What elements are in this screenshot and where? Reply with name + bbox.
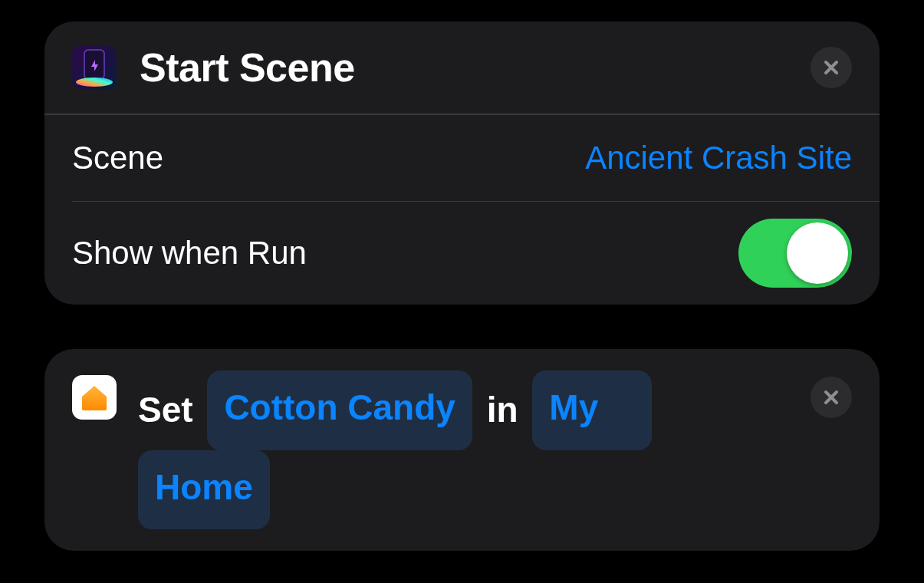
row-show-when-run: Show when Run — [44, 202, 880, 305]
show-when-run-toggle[interactable] — [738, 219, 852, 288]
action-card-start-scene: Start Scene Scene Ancient Crash Site Sho… — [44, 21, 880, 305]
row-scene-value[interactable]: Ancient Crash Site — [585, 140, 852, 176]
token-home-part-a[interactable]: My — [532, 371, 652, 450]
close-icon — [822, 388, 840, 407]
action-card-set-scene-home: Set Cotton Candy in My Home — [44, 349, 880, 551]
app-icon — [72, 45, 117, 90]
close-button[interactable] — [811, 377, 852, 418]
toggle-knob — [787, 222, 848, 284]
token-scene[interactable]: Cotton Candy — [207, 371, 472, 450]
token-home-part-b[interactable]: Home — [138, 450, 270, 530]
card-title: Start Scene — [140, 44, 811, 91]
row-scene-label: Scene — [72, 140, 585, 176]
sentence-middle: in — [487, 376, 518, 445]
row-show-when-run-label: Show when Run — [72, 235, 738, 272]
sentence-prefix: Set — [138, 376, 193, 445]
close-button[interactable] — [811, 47, 852, 88]
close-icon — [822, 58, 840, 77]
home-app-icon — [72, 375, 117, 420]
action-sentence: Set Cotton Candy in My Home — [138, 371, 789, 529]
svg-point-2 — [76, 77, 113, 87]
row-scene[interactable]: Scene Ancient Crash Site — [44, 115, 880, 201]
card-header: Start Scene — [44, 21, 880, 114]
